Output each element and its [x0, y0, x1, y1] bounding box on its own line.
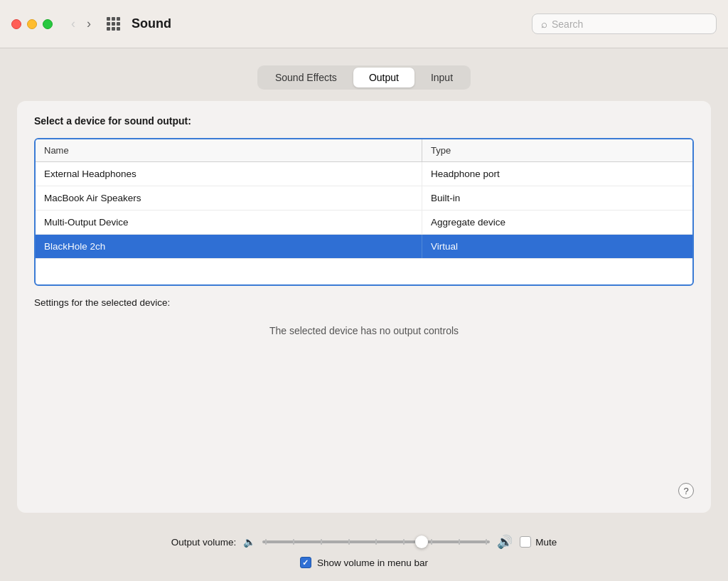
volume-low-icon: 🔈 — [243, 536, 255, 548]
volume-high-icon: 🔊 — [497, 534, 513, 550]
device-name: Multi-Output Device — [36, 210, 422, 234]
slider-tick — [348, 539, 350, 545]
tab-sound-effects[interactable]: Sound Effects — [259, 68, 353, 87]
table-row-selected[interactable]: BlackHole 2ch Virtual — [36, 235, 692, 259]
output-panel: Select a device for sound output: Name T… — [17, 101, 711, 513]
close-button[interactable] — [11, 19, 21, 29]
slider-tick — [293, 539, 294, 545]
device-name: MacBook Air Speakers — [36, 186, 422, 210]
table-header: Name Type — [36, 139, 692, 162]
table-row-empty — [36, 259, 692, 284]
search-icon: ⌕ — [541, 18, 547, 30]
help-button[interactable]: ? — [678, 483, 694, 499]
no-controls-message: The selected device has no output contro… — [34, 325, 694, 471]
tabs: Sound Effects Output Input — [257, 65, 471, 90]
tab-output[interactable]: Output — [353, 68, 414, 87]
slider-tick — [321, 539, 322, 545]
main-content: Sound Effects Output Input Select a devi… — [0, 48, 728, 527]
col-name-header: Name — [36, 139, 422, 161]
show-volume-checkbox[interactable] — [300, 557, 311, 568]
device-type: Built-in — [422, 186, 692, 210]
titlebar: ‹ › Sound ⌕ — [0, 0, 728, 48]
settings-label: Settings for the selected device: — [34, 297, 694, 308]
mute-label: Mute — [535, 537, 557, 548]
slider-tick — [431, 539, 432, 545]
page-title: Sound — [132, 16, 523, 31]
show-volume-row: Show volume in menu bar — [300, 557, 428, 568]
maximize-button[interactable] — [43, 19, 53, 29]
device-type: Headphone port — [422, 162, 692, 186]
minimize-button[interactable] — [27, 19, 37, 29]
slider-tick — [403, 539, 405, 545]
slider-track — [262, 540, 490, 543]
volume-slider[interactable] — [262, 535, 490, 549]
mute-area: Mute — [520, 536, 557, 548]
grid-icon — [107, 17, 120, 31]
traffic-lights — [11, 19, 53, 29]
device-name: BlackHole 2ch — [36, 235, 422, 258]
search-bar: ⌕ — [532, 14, 717, 34]
slider-tick — [486, 539, 487, 545]
slider-tick — [265, 539, 267, 545]
table-row[interactable]: External Headphones Headphone port — [36, 162, 692, 186]
device-name: External Headphones — [36, 162, 422, 186]
forward-button[interactable]: › — [82, 15, 95, 33]
slider-tick — [375, 539, 377, 545]
help-btn-container: ? — [34, 483, 694, 499]
bottom-bar: Output volume: 🔈 🔊 Mute — [0, 527, 728, 581]
slider-thumb[interactable] — [415, 535, 428, 548]
grid-button[interactable] — [104, 14, 123, 33]
nav-buttons: ‹ › — [67, 15, 95, 33]
mute-checkbox[interactable] — [520, 536, 531, 548]
device-type: Aggregate device — [422, 210, 692, 234]
device-type: Virtual — [422, 235, 692, 258]
search-input[interactable] — [552, 18, 707, 30]
back-button[interactable]: ‹ — [67, 15, 80, 33]
volume-row: Output volume: 🔈 🔊 Mute — [171, 534, 557, 550]
table-row[interactable]: MacBook Air Speakers Built-in — [36, 186, 692, 210]
tabs-container: Sound Effects Output Input — [17, 65, 711, 90]
slider-ticks — [262, 540, 490, 543]
tab-input[interactable]: Input — [415, 68, 469, 87]
table-row[interactable]: Multi-Output Device Aggregate device — [36, 210, 692, 235]
volume-label: Output volume: — [171, 537, 237, 548]
col-type-header: Type — [422, 139, 692, 161]
section-title: Select a device for sound output: — [34, 115, 694, 127]
show-volume-label: Show volume in menu bar — [317, 558, 428, 568]
slider-tick — [459, 539, 460, 545]
device-table: Name Type External Headphones Headphone … — [34, 138, 694, 286]
